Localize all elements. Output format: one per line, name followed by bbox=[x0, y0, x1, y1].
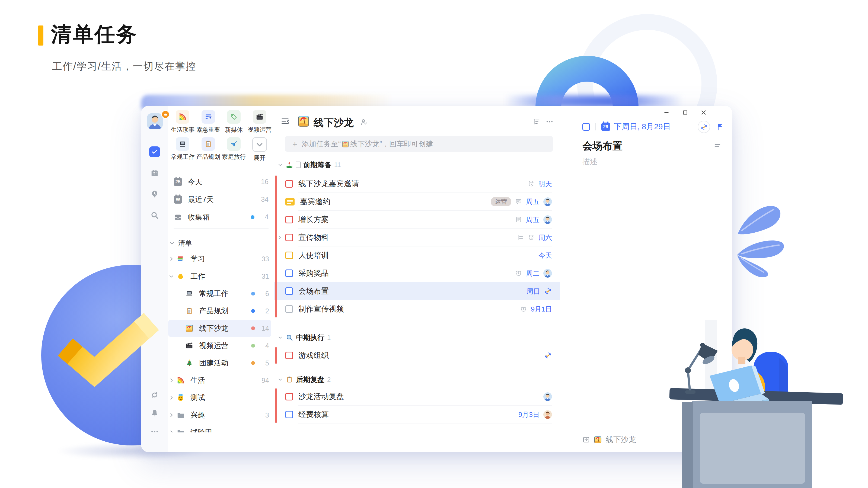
sort-icon[interactable] bbox=[532, 118, 541, 126]
sidebar-list-item[interactable]: 视频运营 4 bbox=[168, 337, 271, 354]
sidebar-tag[interactable]: 家庭旅行 bbox=[221, 137, 247, 162]
task-detail-checkbox[interactable] bbox=[582, 123, 590, 131]
task-checkbox[interactable] bbox=[285, 234, 293, 241]
smart-list-icon: 25 bbox=[174, 178, 182, 186]
chevron-down-icon bbox=[278, 162, 283, 167]
minimize-button[interactable] bbox=[662, 108, 671, 117]
task-row[interactable]: 沙龙活动复盘 bbox=[274, 388, 560, 405]
move-to-list-icon[interactable] bbox=[582, 436, 590, 444]
task-meta: 今天 bbox=[538, 251, 552, 260]
more-options-icon[interactable] bbox=[149, 426, 160, 437]
detail-task-title[interactable]: 会场布置 bbox=[582, 139, 622, 153]
item-count: 3 bbox=[258, 411, 269, 419]
sidebar-tag[interactable]: 产品规划 bbox=[195, 137, 221, 162]
sidebar-list-item[interactable]: 试验田 bbox=[168, 424, 271, 432]
priority-flag-button[interactable] bbox=[716, 123, 724, 131]
description-placeholder[interactable]: 描述 bbox=[582, 157, 597, 167]
task-row[interactable]: 增长方案 周五 bbox=[274, 210, 560, 229]
task-tag[interactable]: 运营 bbox=[491, 197, 511, 206]
due-date[interactable]: 下周日, 8月29日 bbox=[614, 122, 671, 132]
list-label: 工作 bbox=[190, 271, 258, 281]
chevron-icon[interactable] bbox=[169, 395, 174, 400]
sidebar-tag[interactable]: 视频运营 bbox=[247, 110, 273, 134]
task-row[interactable]: 宣传物料 周六 bbox=[274, 229, 560, 247]
item-count: 16 bbox=[258, 178, 269, 186]
task-checkbox[interactable] bbox=[285, 198, 294, 205]
lists-scroll-area[interactable]: 学习 33 工作 31 常规工作 6 产品规划 2 线下沙龙 14 视频运营 4… bbox=[168, 250, 271, 432]
sidebar-list-item[interactable]: 兴趣 3 bbox=[168, 406, 271, 424]
collapse-sidebar-icon[interactable] bbox=[280, 117, 291, 127]
tasks-view-icon[interactable] bbox=[149, 147, 160, 157]
task-row[interactable]: 游戏组织 bbox=[274, 347, 560, 364]
sidebar-tag[interactable]: 常规工作 bbox=[170, 137, 195, 162]
pomodoro-view-icon[interactable] bbox=[149, 189, 160, 199]
sidebar-list-item[interactable]: 团建活动 5 bbox=[168, 354, 271, 372]
lists-group-label: 清单 bbox=[178, 238, 192, 248]
share-invite-icon[interactable] bbox=[360, 118, 368, 126]
chevron-icon[interactable] bbox=[169, 430, 174, 432]
section-header[interactable]: 前期筹备11 bbox=[278, 159, 553, 171]
task-checkbox[interactable] bbox=[285, 393, 293, 400]
page-title: 清单任务 bbox=[51, 21, 138, 48]
add-task-input[interactable]: ＋ 添加任务至“ 线下沙龙 ”，回车即可创建 bbox=[285, 136, 553, 152]
sidebar-list-item[interactable]: 常规工作 6 bbox=[168, 285, 271, 302]
task-checkbox[interactable] bbox=[285, 287, 293, 295]
calendar-icon[interactable]: 29 bbox=[601, 123, 610, 131]
sidebar-tag[interactable]: 紧急重要 bbox=[195, 110, 221, 134]
task-checkbox[interactable] bbox=[285, 252, 293, 259]
lists-group-header[interactable]: 清单 bbox=[169, 237, 271, 249]
repeat-button[interactable] bbox=[698, 121, 710, 133]
list-emoji-icon bbox=[176, 272, 185, 280]
smart-list-item[interactable]: 25 今天 16 bbox=[171, 173, 271, 191]
item-count: 34 bbox=[258, 195, 269, 203]
divider bbox=[595, 123, 596, 130]
sync-icon[interactable] bbox=[149, 390, 160, 400]
chevron-icon[interactable] bbox=[169, 256, 174, 262]
task-row[interactable]: 嘉宾邀约 运营周五 bbox=[274, 193, 560, 210]
task-row[interactable]: 采购奖品 周二 bbox=[274, 264, 560, 282]
smart-list-item[interactable]: W 最近7天 34 bbox=[171, 191, 271, 208]
maximize-button[interactable] bbox=[681, 108, 689, 117]
expand-subtasks-icon[interactable] bbox=[277, 235, 282, 240]
sidebar-list-item[interactable]: 测试 bbox=[168, 389, 271, 406]
task-title: 经费核算 bbox=[299, 410, 513, 420]
chevron-icon[interactable] bbox=[169, 412, 174, 418]
sidebar-tag[interactable]: 生活琐事 bbox=[170, 110, 195, 134]
section-tasks: 线下沙龙嘉宾邀请 明天 嘉宾邀约 运营周五 增长方案 周五 宣传物料 周六 大使… bbox=[274, 175, 560, 318]
task-checkbox[interactable] bbox=[285, 352, 293, 359]
due-date: 周日 bbox=[527, 287, 540, 296]
task-checkbox[interactable] bbox=[285, 180, 293, 188]
task-checkbox[interactable] bbox=[285, 305, 293, 313]
task-checkbox[interactable] bbox=[285, 411, 293, 418]
task-row[interactable]: 制作宣传视频 9月1日 bbox=[274, 300, 560, 318]
task-meta: 周二 bbox=[515, 269, 552, 278]
count-dot bbox=[251, 292, 255, 295]
task-row[interactable]: 大使培训 今天 bbox=[274, 247, 560, 264]
detail-menu-icon[interactable] bbox=[713, 141, 721, 150]
sidebar-list-item[interactable]: 线下沙龙 14 bbox=[168, 320, 271, 337]
chevron-icon[interactable] bbox=[169, 273, 174, 279]
chevron-icon[interactable] bbox=[169, 378, 174, 383]
smart-list-item[interactable]: 收集箱 4 bbox=[171, 208, 271, 226]
notifications-icon[interactable] bbox=[149, 408, 160, 419]
sidebar-tag[interactable]: 展开 bbox=[247, 137, 273, 162]
task-row[interactable]: 经费核算 9月3日 bbox=[274, 405, 560, 423]
sidebar-list-item[interactable]: 学习 33 bbox=[168, 250, 271, 268]
sidebar-list-item[interactable]: 工作 31 bbox=[168, 268, 271, 285]
sidebar-list-item[interactable]: 生活 94 bbox=[168, 372, 271, 389]
section-header[interactable]: 中期执行1 bbox=[278, 332, 553, 344]
close-button[interactable] bbox=[700, 108, 708, 117]
sidebar-list-item[interactable]: 产品规划 2 bbox=[168, 302, 271, 320]
task-checkbox[interactable] bbox=[285, 269, 293, 277]
task-title: 线下沙龙嘉宾邀请 bbox=[299, 178, 522, 189]
user-avatar[interactable] bbox=[147, 113, 163, 129]
task-row[interactable]: 会场布置 周日 bbox=[274, 282, 560, 300]
more-icon[interactable] bbox=[546, 118, 554, 126]
search-icon[interactable] bbox=[149, 210, 160, 221]
task-checkbox[interactable] bbox=[285, 216, 293, 223]
task-row[interactable]: 线下沙龙嘉宾邀请 明天 bbox=[274, 175, 560, 193]
sidebar-tag[interactable]: 新媒体 bbox=[221, 110, 247, 134]
section-icon bbox=[285, 161, 293, 169]
section-header[interactable]: 后期复盘2 bbox=[278, 373, 553, 386]
calendar-view-icon[interactable] bbox=[149, 167, 160, 178]
